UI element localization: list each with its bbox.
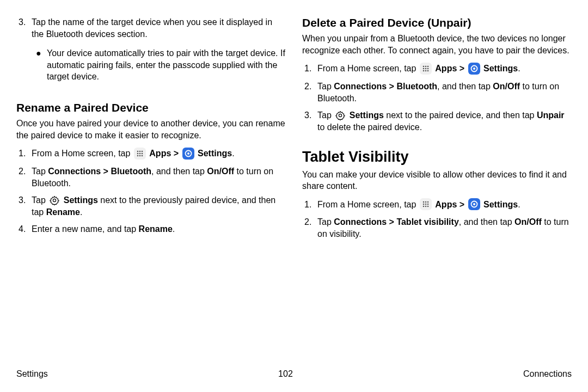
footer-page-number: 102 — [278, 369, 293, 379]
body-text: Tap the name of the target device when y… — [32, 17, 272, 39]
bold: Rename — [46, 207, 80, 217]
bold: Connections > Bluetooth — [48, 167, 151, 176]
pairing-step-3: 3. Tap the name of the target device whe… — [16, 16, 286, 88]
gear-icon — [49, 195, 60, 206]
page-footer: Settings 102 Connections — [16, 369, 572, 379]
list-body: Tap Connections > Bluetooth, and then ta… — [32, 166, 286, 189]
bold: On/Off — [514, 217, 542, 226]
apps-label: Apps — [435, 64, 457, 73]
text: From a Home screen, tap — [317, 64, 419, 73]
text: From a Home screen, tap — [317, 200, 419, 209]
apps-icon — [420, 63, 432, 75]
settings-icon — [182, 148, 194, 160]
list-body: From a Home screen, tap Apps > Settings. — [32, 148, 286, 160]
page-columns: 3. Tap the name of the target device whe… — [16, 16, 572, 246]
text: Tap — [317, 111, 334, 120]
visibility-heading: Tablet Visibility — [302, 149, 572, 166]
settings-label: Settings — [198, 149, 232, 158]
bold: On/Off — [493, 82, 520, 91]
text: . — [518, 64, 520, 73]
list-number: 4. — [16, 223, 32, 235]
settings-label: Settings — [483, 200, 518, 209]
apps-icon — [134, 148, 146, 160]
separator: > — [460, 64, 467, 73]
text: Tap — [32, 195, 48, 205]
rename-step-3: 3. Tap Settings next to the previously p… — [16, 194, 286, 218]
list-body: From a Home screen, tap Apps > Settings. — [317, 63, 572, 75]
text: From a Home screen, tap — [32, 149, 133, 158]
left-column: 3. Tap the name of the target device whe… — [16, 16, 286, 246]
delete-intro: When you unpair from a Bluetooth device,… — [302, 33, 572, 56]
rename-step-1: 1. From a Home screen, tap Apps > Settin… — [16, 148, 286, 160]
bold: Settings — [64, 195, 98, 205]
footer-left: Settings — [16, 369, 48, 379]
text: next to the paired device, and then tap — [384, 111, 537, 120]
text: . — [518, 200, 520, 209]
list-number: 2. — [302, 81, 317, 104]
list-body: Tap Connections > Bluetooth, and then ta… — [317, 81, 572, 104]
text: . — [173, 224, 175, 234]
bullet-item: ● Your device automatically tries to pai… — [32, 47, 286, 83]
rename-heading: Rename a Paired Device — [16, 101, 286, 114]
bold: On/Off — [207, 167, 234, 176]
rename-intro: Once you have paired your device to anot… — [16, 118, 286, 141]
visibility-intro: You can make your device visible to allo… — [302, 169, 572, 192]
bold: Connections > Tablet visibility — [334, 217, 459, 226]
settings-icon — [468, 198, 480, 210]
bullet-mark: ● — [32, 47, 47, 83]
list-body: From a Home screen, tap Apps > Settings. — [317, 199, 572, 211]
apps-icon — [420, 198, 432, 210]
text: , and then tap — [437, 82, 493, 91]
list-number: 3. — [16, 194, 32, 218]
list-number: 2. — [16, 166, 32, 189]
text: . — [232, 149, 234, 158]
list-number: 1. — [302, 63, 317, 75]
visibility-step-1: 1. From a Home screen, tap Apps > Settin… — [302, 199, 572, 211]
text: to delete the paired device. — [317, 122, 422, 132]
delete-heading: Delete a Paired Device (Unpair) — [302, 16, 572, 29]
bold: Settings — [350, 111, 384, 120]
list-body: Tap Settings next to the previously pair… — [32, 194, 286, 218]
list-body: Tap Settings next to the paired device, … — [317, 109, 572, 133]
settings-icon — [468, 63, 480, 75]
text: Enter a new name, and tap — [32, 224, 139, 234]
footer-right: Connections — [523, 369, 572, 379]
text: Tap — [32, 167, 48, 176]
separator: > — [460, 200, 467, 209]
list-body: Tap Connections > Tablet visibility, and… — [317, 216, 572, 240]
bold: Connections > Bluetooth — [334, 82, 437, 91]
bullet-text: Your device automatically tries to pair … — [47, 47, 286, 83]
text: . — [80, 207, 82, 217]
list-number: 2. — [302, 216, 317, 240]
text: , and then tap — [459, 217, 514, 226]
text: , and then tap — [151, 167, 207, 176]
list-number: 3. — [302, 109, 317, 133]
list-body: Tap the name of the target device when y… — [32, 16, 286, 88]
delete-step-2: 2. Tap Connections > Bluetooth, and then… — [302, 81, 572, 104]
delete-step-1: 1. From a Home screen, tap Apps > Settin… — [302, 63, 572, 75]
list-number: 1. — [16, 148, 32, 160]
apps-label: Apps — [149, 149, 171, 158]
delete-step-3: 3. Tap Settings next to the paired devic… — [302, 109, 572, 133]
text: Tap — [317, 217, 334, 226]
rename-step-2: 2. Tap Connections > Bluetooth, and then… — [16, 166, 286, 189]
bold: Rename — [139, 224, 173, 234]
list-number: 1. — [302, 199, 317, 211]
settings-label: Settings — [483, 64, 518, 73]
list-body: Enter a new name, and tap Rename. — [32, 223, 286, 235]
right-column: Delete a Paired Device (Unpair) When you… — [302, 16, 572, 246]
separator: > — [174, 149, 181, 158]
gear-icon — [335, 110, 346, 121]
bold: Unpair — [537, 111, 565, 120]
text: Tap — [317, 82, 334, 91]
apps-label: Apps — [435, 200, 457, 209]
rename-step-4: 4. Enter a new name, and tap Rename. — [16, 223, 286, 235]
list-number: 3. — [16, 16, 32, 88]
visibility-step-2: 2. Tap Connections > Tablet visibility, … — [302, 216, 572, 240]
